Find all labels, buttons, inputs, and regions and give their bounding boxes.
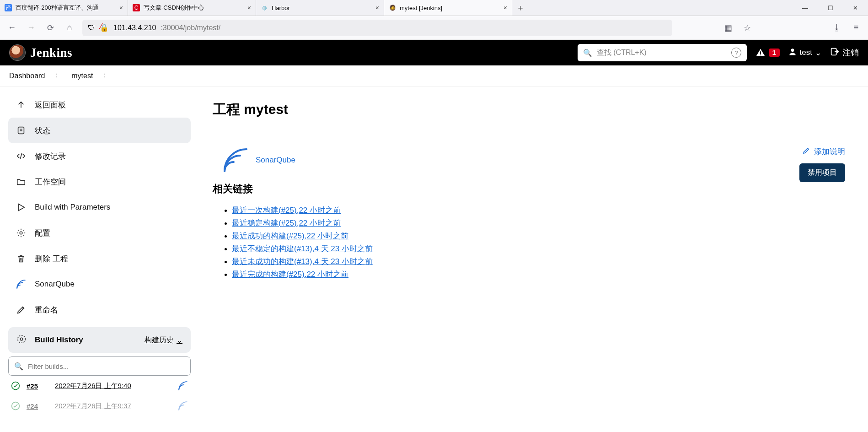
arrow-up-icon	[16, 99, 27, 110]
alert-count: 1	[769, 49, 780, 57]
build-history-trend[interactable]: 构建历史 ⌄	[145, 335, 182, 345]
logout-button[interactable]: 注销	[830, 47, 859, 59]
browser-tab-active[interactable]: 🧔 mytest [Jenkins] ×	[384, 0, 512, 16]
chevron-down-icon: ⌄	[177, 336, 182, 345]
logo[interactable]: Jenkins	[9, 44, 72, 61]
svg-rect-1	[760, 54, 761, 55]
svg-point-5	[20, 232, 22, 234]
success-icon	[11, 381, 20, 390]
url-host: 101.43.4.210	[113, 24, 156, 32]
window-controls: ― ☐ ✕	[793, 0, 868, 16]
svg-point-6	[18, 335, 26, 343]
search-box[interactable]: 🔍 ?	[578, 44, 747, 61]
sonarqube-icon[interactable]	[178, 401, 188, 411]
back-button[interactable]: ←	[5, 22, 18, 34]
forward-button[interactable]: →	[25, 22, 38, 34]
sidebar-item-workspace[interactable]: 工作空间	[8, 169, 191, 194]
jenkins-header: Jenkins 🔍 ? 1 test ⌄ 注销	[0, 40, 868, 65]
search-input[interactable]	[597, 49, 727, 57]
download-icon[interactable]: ⭳	[830, 22, 843, 34]
related-links-heading: 相关链接	[213, 182, 845, 196]
build-row[interactable]: #25 2022年7月26日 上午9:40	[8, 376, 191, 396]
related-link[interactable]: 最近不稳定的构建(#13),4 天 23 小时之前	[232, 244, 373, 253]
related-links-list: 最近一次构建(#25),22 小时之前 最近稳定构建(#25),22 小时之前 …	[213, 205, 845, 280]
person-icon	[788, 47, 797, 59]
sidebar-item-rename[interactable]: 重命名	[8, 297, 191, 323]
build-filter-input[interactable]	[28, 362, 185, 370]
alerts[interactable]: 1	[755, 47, 780, 58]
add-description-button[interactable]: 添加说明	[802, 146, 845, 157]
favicon: 🧔	[389, 4, 396, 11]
build-row[interactable]: #24 2022年7月26日 上午9:37	[8, 396, 191, 416]
sidebar-item-label: 修改记录	[35, 151, 66, 162]
sidebar-item-status[interactable]: 状态	[8, 118, 191, 143]
related-link[interactable]: 最近一次构建(#25),22 小时之前	[232, 206, 341, 215]
sidebar-item-build-params[interactable]: Build with Parameters	[8, 194, 191, 220]
maximize-button[interactable]: ☐	[818, 0, 843, 16]
close-icon[interactable]: ×	[504, 4, 507, 11]
search-icon: 🔍	[14, 362, 23, 371]
sidebar-item-configure[interactable]: 配置	[8, 220, 191, 246]
sonarqube-label: SonarQube	[256, 156, 295, 165]
tab-label: 写文章-CSDN创作中心	[144, 4, 244, 12]
document-icon	[16, 125, 27, 136]
chevron-right-icon: 〉	[55, 72, 61, 80]
build-number[interactable]: #25	[27, 382, 48, 390]
sonarqube-icon[interactable]	[178, 381, 188, 391]
sidebar-item-changes[interactable]: 修改记录	[8, 143, 191, 169]
related-link[interactable]: 最近未成功的构建(#13),4 天 23 小时之前	[232, 257, 373, 266]
tab-label: mytest [Jenkins]	[400, 5, 500, 11]
browser-tab[interactable]: C 写文章-CSDN创作中心 ×	[128, 0, 256, 16]
menu-icon[interactable]: ≡	[850, 22, 863, 34]
build-time[interactable]: 2022年7月26日 上午9:40	[55, 382, 171, 390]
build-history-header: Build History 构建历史 ⌄	[8, 327, 191, 353]
browser-tab[interactable]: 译 百度翻译-200种语言互译、沟通 ×	[0, 0, 128, 16]
sidebar-item-label: 状态	[35, 125, 50, 136]
build-number[interactable]: #24	[27, 402, 48, 410]
home-button[interactable]: ⌂	[63, 22, 76, 34]
sidebar-item-back[interactable]: 返回面板	[8, 92, 191, 118]
user-menu[interactable]: test ⌄	[788, 47, 821, 59]
qr-icon[interactable]: ▦	[722, 22, 734, 34]
close-icon[interactable]: ×	[119, 4, 123, 11]
related-link[interactable]: 最近稳定构建(#25),22 小时之前	[232, 219, 341, 227]
svg-rect-4	[18, 127, 24, 134]
tab-label: 百度翻译-200种语言互译、沟通	[16, 4, 116, 12]
folder-icon	[16, 176, 27, 187]
page-title: 工程 mytest	[213, 100, 845, 119]
sidebar-item-delete[interactable]: 删除 工程	[8, 246, 191, 271]
shield-icon: 🛡	[88, 24, 95, 32]
sonarqube-icon	[222, 146, 249, 174]
svg-rect-0	[760, 51, 761, 54]
close-icon[interactable]: ×	[247, 4, 251, 11]
new-tab-button[interactable]: ＋	[512, 0, 529, 16]
close-icon[interactable]: ×	[375, 4, 379, 11]
main-content: 工程 mytest 添加说明 禁用项目 SonarQube 相关链接 最近一次构…	[199, 86, 868, 432]
play-icon	[16, 202, 27, 213]
warning-icon	[755, 47, 766, 58]
url-field[interactable]: 🛡 🔒⁄ 101.43.4.210:30004/job/mytest/	[82, 20, 672, 36]
sonarqube-link[interactable]: SonarQube	[222, 146, 845, 174]
reload-button[interactable]: ⟳	[44, 22, 57, 34]
crumb-job[interactable]: mytest	[71, 72, 93, 80]
sidebar-item-sonarqube[interactable]: SonarQube	[8, 271, 191, 297]
browser-tab-strip: 译 百度翻译-200种语言互译、沟通 × C 写文章-CSDN创作中心 × ◍ …	[0, 0, 868, 16]
jenkins-logo-icon	[9, 44, 26, 61]
crumb-dashboard[interactable]: Dashboard	[9, 72, 45, 80]
sidebar-item-label: 配置	[35, 228, 50, 238]
close-window-button[interactable]: ✕	[843, 0, 868, 16]
related-link[interactable]: 最近完成的构建(#25),22 小时之前	[232, 270, 348, 279]
minimize-button[interactable]: ―	[793, 0, 818, 16]
build-time[interactable]: 2022年7月26日 上午9:37	[55, 402, 171, 410]
trash-icon	[16, 253, 27, 264]
browser-tab[interactable]: ◍ Harbor ×	[256, 0, 384, 16]
bookmark-icon[interactable]: ☆	[741, 22, 754, 34]
favicon: C	[133, 4, 140, 11]
help-icon[interactable]: ?	[731, 48, 741, 58]
build-history-title: Build History	[35, 335, 136, 345]
related-link[interactable]: 最近成功的构建(#25),22 小时之前	[232, 232, 348, 240]
disable-project-button[interactable]: 禁用项目	[799, 163, 845, 182]
history-icon	[16, 334, 27, 346]
sidebar-item-label: 重命名	[35, 305, 58, 315]
build-filter[interactable]: 🔍	[8, 356, 191, 376]
